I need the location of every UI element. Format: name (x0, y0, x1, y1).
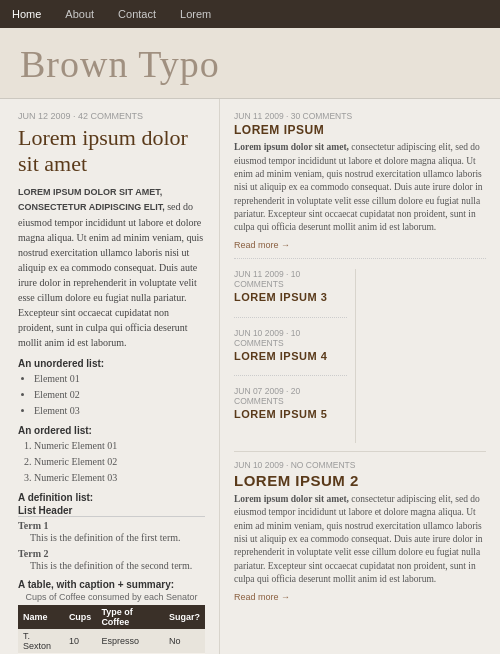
main-post-rest: sed do eiusmod tempor incididunt ut labo… (18, 201, 203, 348)
table-caption: Cups of Coffee consumed by each Senator (18, 592, 205, 602)
table-section: Cups of Coffee consumed by each Senator … (18, 592, 205, 654)
sidebar-small-post-1: Jun 11 2009 · 10 Comments Lorem Ipsum 3 (234, 269, 347, 317)
sidebar-big-post: Jun 10 2009 · No Comments Lorem Ipsum 2 … (234, 451, 486, 602)
cell: T. Sexton (18, 629, 64, 653)
table-header-row: Name Cups Type of Coffee Sugar? (18, 605, 205, 629)
data-table: Name Cups Type of Coffee Sugar? T. Sexto… (18, 605, 205, 654)
def-list: List Header Term 1 This is the definitio… (18, 505, 205, 573)
content-wrap: Jun 12 2009 · 42 Comments Lorem ipsum do… (0, 99, 500, 654)
dt-2: Term 2 (18, 548, 205, 559)
cell: No (164, 629, 205, 653)
main-nav: Home About Contact Lorem (0, 0, 500, 28)
table-head: A table, with caption + summary: (18, 579, 205, 590)
big-post-bold: Lorem ipsum dolor sit amet, (234, 494, 349, 504)
big-post-body: Lorem ipsum dolor sit amet, consectetur … (234, 493, 486, 586)
sidebar-main-title: Lorem Ipsum (234, 123, 486, 137)
sidebar-small-post-2: Jun 10 2009 · 10 Comments Lorem ipsum 4 (234, 328, 347, 376)
sidebar-main-post: Jun 11 2009 · 30 Comments Lorem Ipsum Lo… (234, 111, 486, 259)
dd-1: This is the definition of the first term… (30, 531, 205, 545)
list-item: Numeric Element 01 (34, 438, 205, 454)
main-post-body: Lorem ipsum dolor sit amet, consectetur … (18, 184, 205, 350)
col-name: Name (18, 605, 64, 629)
sidebar-col2 (364, 269, 486, 443)
main-post-title: Lorem ipsum dolor sit amet (18, 125, 205, 178)
col-cups: Cups (64, 605, 97, 629)
big-post-rest: consectetur adipiscing elit, sed do eius… (234, 494, 483, 584)
small-post-title-2: Lorem ipsum 4 (234, 350, 347, 363)
unordered-head: An unordered list: (18, 358, 205, 369)
small-post-meta-1: Jun 11 2009 · 10 Comments (234, 269, 347, 289)
table-row: T. Sexton 10 Espresso No (18, 629, 205, 653)
sidebar-main-rest: consectetur adipiscing elit, sed do eius… (234, 142, 483, 232)
col-coffee: Type of Coffee (96, 605, 164, 629)
main-column: Jun 12 2009 · 42 Comments Lorem ipsum do… (0, 99, 220, 654)
sidebar-main-body: Lorem ipsum dolor sit amet, consectetur … (234, 141, 486, 234)
deflist-head: A definition list: (18, 492, 205, 503)
list-item: Numeric Element 03 (34, 470, 205, 486)
sidebar: Jun 11 2009 · 30 Comments Lorem Ipsum Lo… (220, 99, 500, 614)
sidebar-main-meta: Jun 11 2009 · 30 Comments (234, 111, 486, 121)
small-post-meta-2: Jun 10 2009 · 10 Comments (234, 328, 347, 348)
list-item: Element 01 (34, 371, 205, 387)
nav-contact[interactable]: Contact (106, 0, 168, 28)
list-item: Element 02 (34, 387, 205, 403)
dl-header: List Header (18, 505, 205, 517)
small-post-title-3: Lorem ipsum 5 (234, 408, 347, 421)
main-post-bold: Lorem ipsum dolor sit amet, consectetur … (18, 187, 165, 213)
dd-2: This is the definition of the second ter… (30, 559, 205, 573)
list-item: Numeric Element 02 (34, 454, 205, 470)
sidebar-small-post-3: Jun 07 2009 · 20 Comments Lorem ipsum 5 (234, 386, 347, 433)
dt-1: Term 1 (18, 520, 205, 531)
sidebar-main-bold: Lorem ipsum dolor sit amet, (234, 142, 349, 152)
main-post-meta: Jun 12 2009 · 42 Comments (18, 111, 205, 121)
read-more-link[interactable]: Read more → (234, 240, 290, 250)
ordered-head: An ordered list: (18, 425, 205, 436)
sidebar-col1: Jun 11 2009 · 10 Comments Lorem Ipsum 3 … (234, 269, 356, 443)
big-post-read-more[interactable]: Read more → (234, 592, 290, 602)
main-post: Jun 12 2009 · 42 Comments Lorem ipsum do… (18, 111, 205, 654)
site-header: Brown Typo (0, 28, 500, 99)
cell: 10 (64, 629, 97, 653)
col-sugar: Sugar? (164, 605, 205, 629)
ordered-list: Numeric Element 01 Numeric Element 02 Nu… (34, 438, 205, 486)
big-post-meta: Jun 10 2009 · No Comments (234, 460, 486, 470)
unordered-list: Element 01 Element 02 Element 03 (34, 371, 205, 419)
cell: Espresso (96, 629, 164, 653)
big-post-title: Lorem Ipsum 2 (234, 472, 486, 489)
list-item: Element 03 (34, 403, 205, 419)
nav-lorem[interactable]: Lorem (168, 0, 223, 28)
sidebar-small-posts: Jun 11 2009 · 10 Comments Lorem Ipsum 3 … (234, 269, 486, 443)
small-post-meta-3: Jun 07 2009 · 20 Comments (234, 386, 347, 406)
site-title: Brown Typo (20, 42, 480, 86)
nav-home[interactable]: Home (0, 0, 53, 28)
small-post-title-1: Lorem Ipsum 3 (234, 291, 347, 304)
nav-about[interactable]: About (53, 0, 106, 28)
